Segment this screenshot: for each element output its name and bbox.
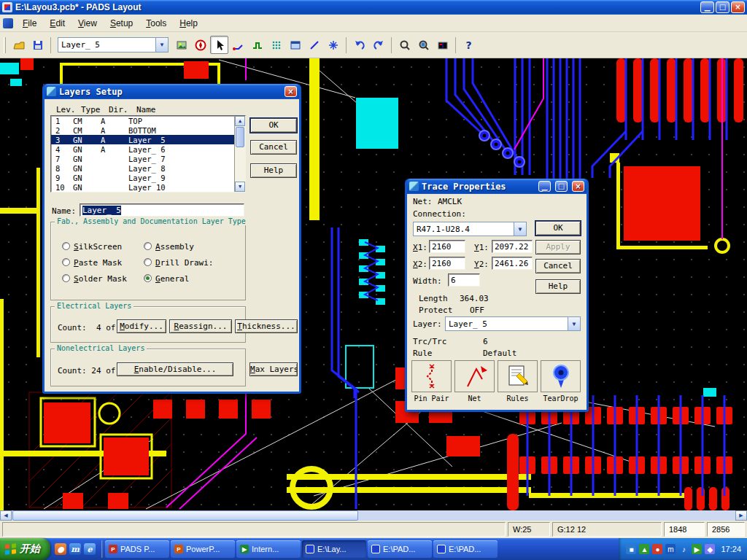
max-layers-button[interactable]: Max Layers... — [249, 362, 298, 376]
dynamic-route-button[interactable] — [248, 36, 266, 54]
trace-cancel-button[interactable]: Cancel — [535, 259, 581, 273]
undo-button[interactable] — [350, 36, 368, 54]
quicklaunch-media-icon[interactable]: ● — [55, 543, 66, 555]
pattern-button[interactable] — [324, 36, 342, 54]
trace-minimize-button[interactable]: ▁ — [538, 181, 551, 192]
add-route-button[interactable] — [229, 36, 247, 54]
layer-row[interactable]: 9GNLayer_ 9 — [51, 173, 245, 182]
photo-button[interactable] — [172, 36, 190, 54]
net-tool[interactable]: Net — [454, 360, 495, 402]
zoom-button[interactable] — [395, 36, 414, 54]
layers-ok-button[interactable]: OK — [250, 118, 297, 133]
tray-network-icon[interactable]: ■ — [626, 544, 636, 554]
select-mode-button[interactable] — [210, 36, 228, 54]
task-internet[interactable]: ▶ Intern... — [236, 540, 301, 558]
task-powerpoint[interactable]: P PowerP... — [171, 540, 235, 558]
trace-layer-combo[interactable]: Layer_ 5 ▼ — [445, 316, 581, 331]
zoom-window-button[interactable] — [414, 36, 433, 54]
thickness-button[interactable]: Thickness... — [235, 319, 298, 333]
horizontal-scrollbar[interactable]: ◀ ▶ — [0, 510, 747, 521]
drill-drawing-radio[interactable] — [144, 258, 152, 266]
start-button[interactable]: 开始 — [0, 538, 50, 560]
layer-select-combo[interactable]: Layer_ 5 ▼ — [58, 37, 169, 52]
tray-update-icon[interactable]: ● — [652, 544, 662, 554]
trace-help-button[interactable]: Help — [535, 279, 581, 294]
line-tool-button[interactable] — [305, 36, 323, 54]
layer-row[interactable]: 4GNALayer_ 6 — [51, 144, 245, 154]
general-radio[interactable] — [144, 274, 152, 282]
trace-ok-button[interactable]: OK — [535, 221, 581, 236]
tray-antivirus-icon[interactable]: ▲ — [639, 544, 649, 554]
quicklaunch-ie-icon[interactable]: e — [84, 543, 96, 555]
scroll-right-icon[interactable]: ▶ — [735, 510, 747, 521]
trace-properties-titlebar[interactable]: Trace Properties ▁ □ × — [407, 179, 587, 194]
scrollbar-thumb[interactable] — [236, 127, 244, 147]
layers-cancel-button[interactable]: Cancel — [250, 140, 297, 155]
layers-help-button[interactable]: Help — [250, 163, 297, 178]
menu-help[interactable]: Help — [173, 15, 204, 31]
trace-close-button[interactable]: × — [572, 181, 584, 192]
quicklaunch-messenger-icon[interactable]: m — [69, 543, 81, 555]
layer-row[interactable]: 8GNLayer_ 8 — [51, 163, 245, 173]
board-button[interactable] — [433, 36, 452, 54]
reassign-button[interactable]: Reassign... — [169, 319, 232, 333]
chevron-down-icon[interactable]: ▼ — [155, 38, 168, 52]
menu-edit[interactable]: Edit — [43, 15, 71, 31]
trace-maximize-button[interactable]: □ — [555, 181, 568, 192]
layer-row-selected[interactable]: 3GNALayer_ 5 — [51, 135, 245, 144]
menu-tools[interactable]: Tools — [139, 15, 173, 31]
window-titlebar[interactable]: E:\Layou3.pcb* - PADS Layout ▁ □ × — [0, 0, 747, 15]
hscroll-thumb[interactable] — [12, 510, 358, 521]
teardrop-tool[interactable]: TearDrop — [541, 360, 581, 402]
rules-tool[interactable]: Rules — [498, 360, 538, 402]
layer-row[interactable]: 2CMABOTTOM — [51, 125, 245, 135]
listbox-scrollbar[interactable]: ▲ ▼ — [234, 116, 245, 192]
layers-listbox[interactable]: 1CMATOP 2CMABOTTOM 3GNALayer_ 5 4GNALaye… — [50, 115, 246, 192]
toolbar-grip[interactable] — [4, 37, 6, 53]
task-layout-active[interactable]: E:\Lay... — [302, 540, 366, 558]
width-field[interactable]: 6 — [448, 273, 480, 287]
y1-field[interactable]: 2097.22 — [492, 240, 533, 253]
layer-row[interactable]: 1CMATOP — [51, 116, 245, 125]
mdi-child-icon[interactable] — [3, 18, 13, 28]
tray-messenger-icon[interactable]: m — [665, 544, 676, 554]
menu-setup[interactable]: Setup — [104, 15, 139, 31]
layers-close-button[interactable]: × — [285, 86, 297, 97]
window-button[interactable] — [286, 36, 304, 54]
scroll-up-icon[interactable]: ▲ — [235, 116, 245, 126]
layers-setup-titlebar[interactable]: Layers Setup × — [44, 84, 299, 99]
enable-disable-button[interactable]: Enable/Disable... — [117, 362, 233, 376]
redo-button[interactable] — [369, 36, 387, 54]
minimize-button[interactable]: ▁ — [700, 1, 714, 13]
tray-pads-icon[interactable]: ▶ — [692, 544, 702, 554]
x2-field[interactable]: 2160 — [429, 257, 465, 270]
scroll-down-icon[interactable]: ▼ — [235, 182, 245, 192]
task-pads[interactable]: P PADS P... — [105, 540, 169, 558]
task-pads-3[interactable]: E:\PAD... — [433, 540, 498, 558]
x1-field[interactable]: 2160 — [429, 240, 465, 253]
assembly-radio[interactable] — [144, 242, 152, 250]
maximize-button[interactable]: □ — [716, 1, 729, 13]
open-button[interactable] — [9, 36, 28, 54]
layer-row[interactable]: 10GNLayer_10 — [51, 182, 245, 192]
tray-volume-icon[interactable]: ♪ — [678, 544, 689, 554]
grid-button[interactable] — [267, 36, 285, 54]
help-button[interactable]: ? — [460, 36, 478, 54]
layer-row[interactable]: 7GNLayer_ 7 — [51, 154, 245, 163]
chevron-down-icon[interactable]: ▼ — [568, 317, 580, 330]
trace-apply-button[interactable]: Apply — [535, 240, 581, 254]
close-button[interactable]: × — [731, 1, 745, 13]
solder-mask-radio[interactable] — [62, 274, 70, 282]
paste-mask-radio[interactable] — [62, 258, 70, 266]
chevron-down-icon[interactable]: ▼ — [514, 222, 526, 236]
pin-pair-tool[interactable]: Pin Pair — [411, 360, 452, 402]
silkscreen-radio[interactable] — [62, 242, 70, 250]
tray-ime-icon[interactable]: ◆ — [705, 544, 715, 554]
compass-button[interactable] — [191, 36, 209, 54]
task-pads-2[interactable]: E:\PAD... — [368, 540, 432, 558]
modify-button[interactable]: Modify... — [117, 319, 166, 333]
connection-combo[interactable]: R47.1-U28.4 ▼ — [413, 222, 527, 236]
pcb-canvas[interactable]: Layers Setup × Lev. Type Dir. Name 1CMAT… — [0, 58, 747, 510]
menu-view[interactable]: View — [71, 15, 104, 31]
save-button[interactable] — [28, 36, 47, 54]
